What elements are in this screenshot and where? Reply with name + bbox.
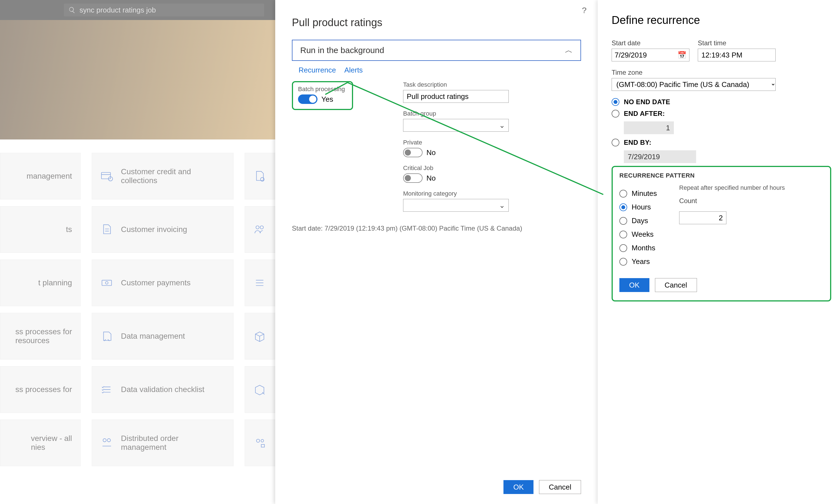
end-after-radio[interactable]: END AFTER:	[612, 110, 824, 117]
end-by-date[interactable]	[624, 150, 696, 163]
start-date-summary: Start date: 7/29/2019 (12:19:43 pm) (GMT…	[292, 225, 581, 232]
alerts-link[interactable]: Alerts	[344, 66, 363, 74]
critical-job-toggle[interactable]: No	[403, 174, 581, 183]
chevron-down-icon: ⌄	[499, 201, 505, 210]
count-input[interactable]	[679, 211, 726, 224]
end-after-count[interactable]	[624, 121, 674, 134]
monitoring-category-select[interactable]: ⌄	[403, 199, 509, 212]
recurrence-hint: Repeat after specified number of hours	[679, 184, 824, 191]
task-description-input[interactable]	[403, 90, 509, 103]
count-label: Count	[679, 197, 824, 205]
chevron-up-icon: ︿	[565, 45, 573, 55]
recurrence-unit-years[interactable]: Years	[619, 257, 657, 266]
start-date-label: Start date	[612, 39, 689, 47]
start-time-label: Start time	[698, 39, 776, 47]
end-by-radio[interactable]: END BY:	[612, 139, 824, 146]
recurrence-unit-minutes[interactable]: Minutes	[619, 189, 657, 198]
recurrence-unit-weeks[interactable]: Weeks	[619, 230, 657, 239]
timezone-label: Time zone	[612, 69, 824, 76]
run-in-background-section[interactable]: Run in the background ︿	[292, 40, 581, 61]
recurrence-pattern-highlight: RECURRENCE PATTERN MinutesHoursDaysWeeks…	[612, 166, 831, 301]
batch-processing-label: Batch processing	[298, 86, 347, 93]
help-icon[interactable]: ?	[582, 5, 587, 15]
batch-processing-toggle[interactable]: Yes	[298, 94, 347, 104]
pull-product-ratings-panel: ? Pull product ratings Run in the backgr…	[275, 0, 598, 504]
section-label: Run in the background	[300, 46, 384, 55]
recurrence-unit-radios: MinutesHoursDaysWeeksMonthsYears	[619, 184, 657, 271]
no-end-date-radio[interactable]: NO END DATE	[612, 98, 824, 106]
task-description-label: Task description	[403, 81, 581, 88]
panel2-cancel-button[interactable]: Cancel	[655, 278, 697, 292]
private-toggle[interactable]: No	[403, 148, 581, 157]
timezone-select[interactable]: (GMT-08:00) Pacific Time (US & Canada)	[612, 78, 776, 91]
panel1-cancel-button[interactable]: Cancel	[539, 480, 581, 494]
private-label: Private	[403, 139, 581, 146]
recurrence-unit-months[interactable]: Months	[619, 244, 657, 252]
batch-group-select[interactable]: ⌄	[403, 119, 509, 132]
recurrence-link[interactable]: Recurrence	[299, 66, 336, 74]
recurrence-pattern-header: RECURRENCE PATTERN	[619, 172, 824, 179]
batch-processing-highlight: Batch processing Yes	[292, 81, 353, 110]
recurrence-unit-hours[interactable]: Hours	[619, 203, 657, 211]
start-date-input[interactable]: 7/29/2019 📅	[612, 49, 689, 62]
panel1-ok-button[interactable]: OK	[503, 480, 533, 494]
panel2-ok-button[interactable]: OK	[619, 278, 650, 292]
define-recurrence-panel: Define recurrence Start date 7/29/2019 📅…	[598, 0, 834, 504]
panel1-title: Pull product ratings	[292, 17, 581, 29]
recurrence-unit-days[interactable]: Days	[619, 216, 657, 225]
batch-group-label: Batch group	[403, 110, 581, 117]
monitoring-category-label: Monitoring category	[403, 190, 581, 197]
sub-links: Recurrence Alerts	[292, 66, 581, 74]
critical-job-label: Critical Job	[403, 164, 581, 172]
start-time-input[interactable]	[698, 49, 776, 62]
calendar-icon: 📅	[678, 51, 686, 60]
panel2-title: Define recurrence	[612, 14, 824, 26]
chevron-down-icon: ⌄	[499, 121, 505, 130]
